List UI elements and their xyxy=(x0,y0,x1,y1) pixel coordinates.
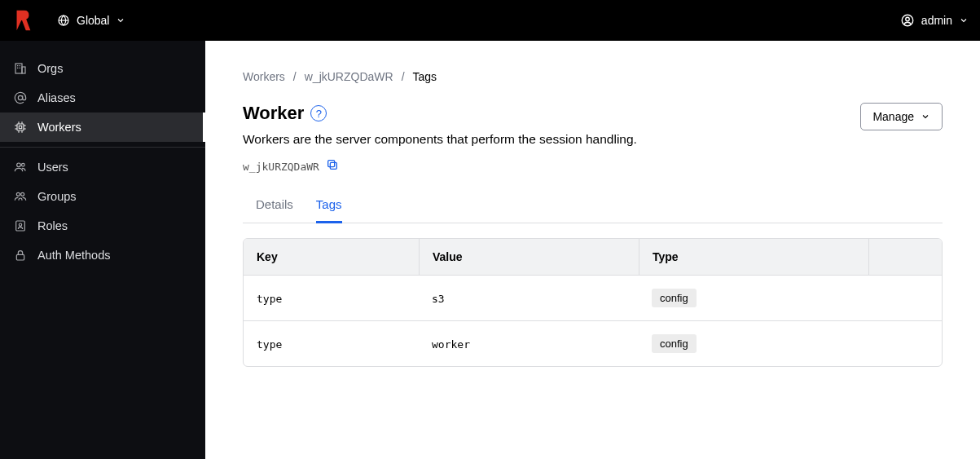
page-title: Worker xyxy=(243,103,304,124)
tag-type-chip: config xyxy=(652,334,697,353)
globe-icon xyxy=(57,14,70,27)
table-header-key: Key xyxy=(244,239,419,276)
tags-table: Key Value Type type s3 config type worke… xyxy=(243,238,943,367)
sidebar-item-label: Workers xyxy=(37,121,81,134)
svg-point-2 xyxy=(906,17,910,21)
svg-rect-11 xyxy=(19,126,21,128)
tag-value: s3 xyxy=(432,293,445,305)
svg-point-21 xyxy=(21,163,24,166)
tabs: Details Tags xyxy=(243,191,943,223)
top-bar: Global admin xyxy=(0,0,980,41)
table-row: type s3 config xyxy=(244,276,942,320)
user-label: admin xyxy=(921,14,952,27)
svg-point-23 xyxy=(21,192,24,196)
chevron-down-icon xyxy=(116,15,125,25)
copy-icon[interactable] xyxy=(326,158,339,174)
manage-button-label: Manage xyxy=(872,110,914,123)
sidebar-item-users[interactable]: Users xyxy=(0,152,205,182)
breadcrumb-separator: / xyxy=(293,70,297,83)
sidebar: Orgs Aliases Workers xyxy=(0,41,205,459)
page-subtitle: Workers are the server components that p… xyxy=(243,132,637,147)
help-icon[interactable]: ? xyxy=(310,105,327,121)
svg-point-9 xyxy=(18,95,22,99)
svg-point-20 xyxy=(17,163,21,167)
table-header-value: Value xyxy=(419,239,639,276)
tab-details[interactable]: Details xyxy=(256,191,293,223)
at-sign-icon xyxy=(13,90,28,105)
svg-rect-27 xyxy=(330,162,336,169)
sidebar-item-auth-methods[interactable]: Auth Methods xyxy=(0,241,205,270)
table-header-type: Type xyxy=(639,239,868,276)
svg-rect-4 xyxy=(22,67,25,73)
svg-rect-26 xyxy=(16,254,24,260)
tag-type-chip: config xyxy=(652,289,697,307)
sidebar-item-orgs[interactable]: Orgs xyxy=(0,54,205,83)
scope-label: Global xyxy=(77,14,109,27)
sidebar-item-label: Orgs xyxy=(37,62,63,75)
main-content: Workers / w_jkURZQDaWR / Tags Worker ? W… xyxy=(205,41,980,459)
svg-point-22 xyxy=(16,192,20,196)
table-header-actions xyxy=(868,239,942,276)
breadcrumb-current: Tags xyxy=(413,70,437,83)
id-badge-icon xyxy=(13,218,28,233)
chevron-down-icon xyxy=(921,112,930,121)
scope-selector[interactable]: Global xyxy=(57,14,125,27)
sidebar-item-label: Auth Methods xyxy=(37,249,110,262)
manage-button[interactable]: Manage xyxy=(860,103,943,130)
tag-value: worker xyxy=(432,338,470,351)
sidebar-item-label: Users xyxy=(37,161,68,174)
tag-key: type xyxy=(257,338,282,351)
user-circle-icon xyxy=(900,13,915,28)
sidebar-divider xyxy=(0,147,205,148)
cpu-icon xyxy=(13,120,28,135)
sidebar-item-roles[interactable]: Roles xyxy=(0,211,205,241)
worker-id: w_jkURZQDaWR xyxy=(243,161,319,173)
sidebar-item-workers[interactable]: Workers xyxy=(0,113,205,142)
svg-point-25 xyxy=(19,223,21,226)
tag-key: type xyxy=(257,293,282,305)
org-icon xyxy=(13,61,28,76)
sidebar-item-label: Groups xyxy=(37,190,77,203)
users-icon xyxy=(13,160,28,174)
chevron-down-icon xyxy=(959,15,969,25)
breadcrumb: Workers / w_jkURZQDaWR / Tags xyxy=(243,70,943,83)
sidebar-item-aliases[interactable]: Aliases xyxy=(0,83,205,113)
breadcrumb-link-workers[interactable]: Workers xyxy=(243,70,285,83)
breadcrumb-link-worker-id[interactable]: w_jkURZQDaWR xyxy=(305,70,393,83)
breadcrumb-separator: / xyxy=(402,70,405,83)
svg-rect-3 xyxy=(15,64,22,73)
sidebar-item-groups[interactable]: Groups xyxy=(0,182,205,211)
sidebar-item-label: Aliases xyxy=(37,91,76,104)
groups-icon xyxy=(13,189,28,204)
top-bar-left: Global xyxy=(11,9,125,32)
table-row: type worker config xyxy=(244,320,942,366)
svg-rect-10 xyxy=(17,124,24,130)
user-menu[interactable]: admin xyxy=(900,13,969,28)
lock-icon xyxy=(13,248,28,263)
brand-logo[interactable] xyxy=(11,9,34,32)
tab-tags[interactable]: Tags xyxy=(316,191,342,223)
sidebar-item-label: Roles xyxy=(37,219,68,232)
svg-rect-28 xyxy=(328,161,335,167)
